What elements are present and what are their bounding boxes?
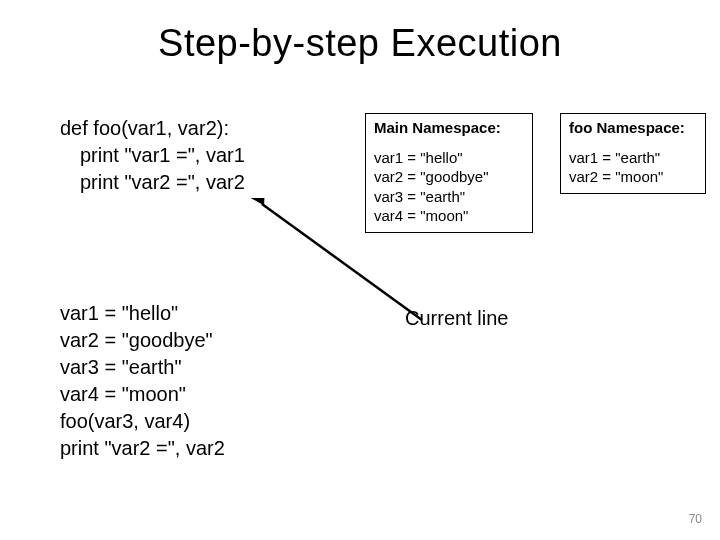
main-namespace-title: Main Namespace:: [374, 118, 524, 138]
main-ns-var1: var1 = "hello": [374, 148, 524, 168]
code-print-var1: print "var1 =", var1: [60, 142, 340, 169]
foo-ns-var1: var1 = "earth": [569, 148, 697, 168]
assign-var1: var1 = "hello": [60, 300, 225, 327]
function-definition-block: def foo(var1, var2): print "var1 =", var…: [60, 115, 340, 196]
print-after: print "var2 =", var2: [60, 435, 225, 462]
foo-namespace-box: foo Namespace: var1 = "earth" var2 = "mo…: [560, 113, 706, 194]
call-foo: foo(var3, var4): [60, 408, 225, 435]
main-ns-var3: var3 = "earth": [374, 187, 524, 207]
svg-marker-1: [248, 198, 270, 210]
current-line-label: Current line: [405, 307, 508, 330]
assign-var4: var4 = "moon": [60, 381, 225, 408]
assign-var2: var2 = "goodbye": [60, 327, 225, 354]
slide-title: Step-by-step Execution: [0, 22, 720, 65]
foo-ns-var2: var2 = "moon": [569, 167, 697, 187]
code-def-line: def foo(var1, var2):: [60, 115, 340, 142]
main-namespace-box: Main Namespace: var1 = "hello" var2 = "g…: [365, 113, 533, 233]
main-ns-var2: var2 = "goodbye": [374, 167, 524, 187]
assign-var3: var3 = "earth": [60, 354, 225, 381]
main-ns-var4: var4 = "moon": [374, 206, 524, 226]
foo-namespace-title: foo Namespace:: [569, 118, 697, 138]
code-print-var2: print "var2 =", var2: [60, 169, 340, 196]
slide-number: 70: [689, 512, 702, 526]
assignment-block: var1 = "hello" var2 = "goodbye" var3 = "…: [60, 300, 225, 462]
